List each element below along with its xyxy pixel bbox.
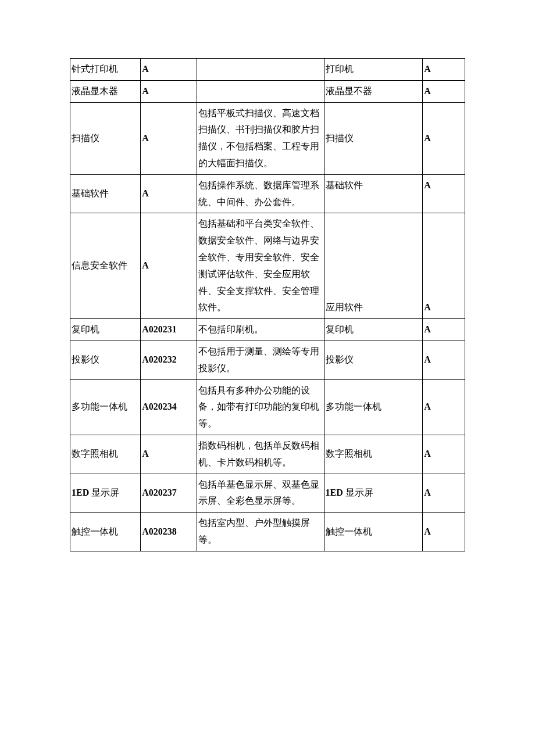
table-row: 复印机A020231不包括印刷机。复印机A <box>70 319 465 341</box>
document-page: 针式打印机A打印机A液晶显木器A液晶显不器A扫描仪A包括平板式扫描仪、高速文档扫… <box>70 58 465 551</box>
table-cell: A <box>423 213 465 319</box>
table-row: 多功能一体机A020234包括具有多种办公功能的设备，如带有打印功能的复印机等。… <box>70 379 465 435</box>
cell-text: A <box>424 64 431 74</box>
table-cell: A020237 <box>141 474 197 513</box>
table-row: 触控一体机A020238包括室内型、户外型触摸屏等。触控一体机A <box>70 513 465 551</box>
table-row: 投影仪A020232不包括用于测量、测绘等专用投影仪。投影仪A <box>70 341 465 379</box>
cell-text: 包括基础和平台类安全软件、数据安全软件、网络与边界安全软件、专用安全软件、安全测… <box>197 213 324 319</box>
cell-text: 多功能一体机 <box>324 379 423 435</box>
table-cell: A <box>423 319 465 341</box>
table-cell: A <box>423 474 465 513</box>
equipment-table: 针式打印机A打印机A液晶显木器A液晶显不器A扫描仪A包括平板式扫描仪、高速文档扫… <box>70 58 465 551</box>
cell-text: A <box>424 180 431 190</box>
table-cell: A020234 <box>141 379 197 435</box>
cell-text: A020232 <box>142 354 177 364</box>
cell-text: 1ED <box>72 488 91 497</box>
cell-text: 指数码相机，包括单反数码相机、卡片数码相机等。 <box>197 435 324 474</box>
cell-text: 包括具有多种办公功能的设备，如带有打印功能的复印机等。 <box>197 379 324 435</box>
cell-text: 打印机 <box>324 59 423 81</box>
table-cell: A <box>423 80 465 102</box>
cell-text: A <box>424 324 431 334</box>
cell-text: A020238 <box>142 526 177 536</box>
cell-text: A <box>424 133 431 143</box>
cell-text: A <box>424 86 431 96</box>
cell-text: A <box>424 488 431 497</box>
cell-text <box>197 80 324 102</box>
table-cell: A020232 <box>141 341 197 379</box>
table-row: 信息安全软件A包括基础和平台类安全软件、数据安全软件、网络与边界安全软件、专用安… <box>70 213 465 319</box>
table-cell: A <box>141 213 197 319</box>
table-cell: A <box>141 59 197 81</box>
cell-text: A <box>424 449 431 458</box>
table-cell: A <box>423 341 465 379</box>
cell-text: 针式打印机 <box>70 59 141 81</box>
cell-text: A <box>142 133 149 143</box>
cell-text: 信息安全软件 <box>70 213 141 319</box>
cell-text: 基础软件 <box>70 174 141 213</box>
table-cell: A <box>141 80 197 102</box>
cell-text: A <box>142 449 149 458</box>
table-cell: 1ED 显示屏 <box>70 474 141 513</box>
cell-text: A <box>142 64 149 74</box>
cell-text: 液晶显不器 <box>324 80 423 102</box>
cell-text: 应用软件 <box>324 213 423 319</box>
cell-text: A <box>424 302 431 312</box>
cell-text: 1ED <box>326 488 345 497</box>
cell-text: 多功能一体机 <box>70 379 141 435</box>
cell-text: 触控一体机 <box>324 513 423 551</box>
cell-text <box>197 59 324 81</box>
cell-text: 不包括用于测量、测绘等专用投影仪。 <box>197 341 324 379</box>
cell-text: 包括操作系统、数据库管理系统、中间件、办公套件。 <box>197 174 324 213</box>
table-row: 基础软件A包括操作系统、数据库管理系统、中间件、办公套件。基础软件A <box>70 174 465 213</box>
table-cell: A <box>423 174 465 213</box>
cell-text: 触控一体机 <box>70 513 141 551</box>
table-cell: A <box>423 59 465 81</box>
cell-text: A <box>142 86 149 96</box>
table-row: 液晶显木器A液晶显不器A <box>70 80 465 102</box>
cell-text: A <box>424 354 431 364</box>
table-row: 数字照相机A指数码相机，包括单反数码相机、卡片数码相机等。数字照相机A <box>70 435 465 474</box>
table-cell: A <box>141 102 197 174</box>
cell-text: A <box>424 526 431 536</box>
table-cell: A020238 <box>141 513 197 551</box>
cell-text: 投影仪 <box>70 341 141 379</box>
table-cell: A <box>423 102 465 174</box>
cell-text: 基础软件 <box>324 174 423 213</box>
table-cell: 1ED 显示屏 <box>324 474 423 513</box>
table-row: 1ED 显示屏A020237包括单基色显示屏、双基色显示屏、全彩色显示屏等。1E… <box>70 474 465 513</box>
cell-text: 不包括印刷机。 <box>197 319 324 341</box>
table-cell: A <box>423 513 465 551</box>
cell-text: 数字照相机 <box>324 435 423 474</box>
cell-text: 数字照相机 <box>70 435 141 474</box>
cell-text: A <box>142 260 149 270</box>
cell-text: 包括平板式扫描仪、高速文档扫描仪、书刊扫描仪和胶片扫描仪，不包括档案、工程专用的… <box>197 102 324 174</box>
cell-text: 扫描仪 <box>324 102 423 174</box>
table-cell: A <box>423 379 465 435</box>
cell-text: 包括室内型、户外型触摸屏等。 <box>197 513 324 551</box>
cell-text: A020231 <box>142 324 177 334</box>
cell-text: 扫描仪 <box>70 102 141 174</box>
table-row: 针式打印机A打印机A <box>70 59 465 81</box>
cell-text: 投影仪 <box>324 341 423 379</box>
table-cell: A <box>423 435 465 474</box>
cell-text: A <box>424 402 431 411</box>
table-row: 扫描仪A包括平板式扫描仪、高速文档扫描仪、书刊扫描仪和胶片扫描仪，不包括档案、工… <box>70 102 465 174</box>
table-cell: A020231 <box>141 319 197 341</box>
cell-text: A020237 <box>142 488 177 497</box>
table-cell: A <box>141 174 197 213</box>
cell-text: 复印机 <box>324 319 423 341</box>
cell-text: A <box>142 188 149 198</box>
cell-text: 复印机 <box>70 319 141 341</box>
cell-text: 液晶显木器 <box>70 80 141 102</box>
cell-text: 包括单基色显示屏、双基色显示屏、全彩色显示屏等。 <box>197 474 324 513</box>
table-cell: A <box>141 435 197 474</box>
cell-text: A020234 <box>142 402 177 411</box>
